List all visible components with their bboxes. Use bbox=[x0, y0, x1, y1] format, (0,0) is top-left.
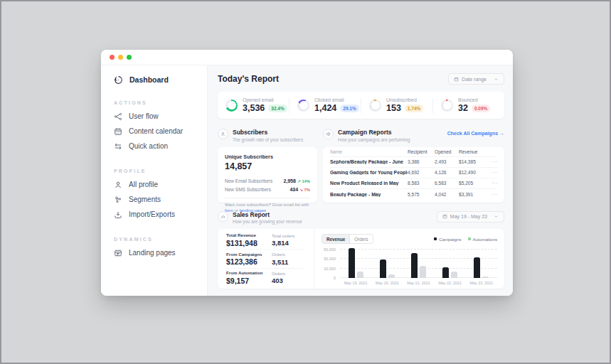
user-icon bbox=[114, 181, 122, 189]
column-header-revenue: Revenue bbox=[459, 149, 489, 154]
sidebar-item-landing-pages[interactable]: Landing pages bbox=[114, 245, 201, 260]
sidebar: Dashboard ACTIONS User flow bbox=[101, 65, 208, 296]
metric-value: 2,958↗ 14% bbox=[283, 178, 310, 183]
section-subtitle: How your campaigns are performing bbox=[338, 137, 410, 142]
section-title: Subscribers bbox=[233, 129, 303, 136]
import-export-icon bbox=[114, 210, 122, 219]
chart-x-tick-label: May 23, 2021 bbox=[466, 281, 497, 285]
chart-bar-campaigns bbox=[442, 267, 449, 278]
table-row[interactable]: Beauty Package - May 5,575 4,042 $3,391 … bbox=[330, 189, 497, 200]
date-range-dropdown[interactable]: Date range bbox=[448, 73, 504, 85]
chart-x-tick-label: May 22, 2021 bbox=[435, 281, 466, 285]
legend-dot-icon bbox=[434, 237, 437, 240]
chart-x-tick-label: May 21, 2021 bbox=[403, 281, 434, 285]
table-row[interactable]: Gaming Gadgets for Young People 4,692 4,… bbox=[330, 168, 497, 178]
chart-bar-group bbox=[466, 247, 497, 278]
main-content: Today's Report Date range bbox=[208, 65, 513, 296]
sales-date-range-dropdown[interactable]: May 19 - May 23 bbox=[437, 211, 504, 223]
calendar-icon bbox=[442, 214, 447, 219]
stat-percent-badge: 0.09% bbox=[472, 105, 490, 112]
legend-item-campaigns: Campaigns bbox=[434, 237, 461, 242]
minimize-window-button[interactable] bbox=[118, 55, 123, 60]
sidebar-item-quick-action[interactable]: Quick action bbox=[114, 139, 201, 154]
chart-x-tick-label: May 19, 2021 bbox=[340, 281, 371, 285]
progress-ring-icon bbox=[297, 100, 309, 112]
subscribers-card: Unique Subscribers 14,857 New Email Subs… bbox=[218, 147, 317, 203]
stat-value: 32 bbox=[458, 103, 468, 113]
campaign-recipient: 3,386 bbox=[408, 159, 435, 164]
chart-bar-group bbox=[403, 247, 434, 278]
chart-bar-automations bbox=[357, 272, 363, 278]
sidebar-section-dynamics: DYNAMICS Landing pages bbox=[114, 237, 201, 260]
row-menu-icon[interactable]: ⋯ bbox=[489, 181, 497, 186]
stat-label: Unsubscribed bbox=[386, 97, 423, 102]
sidebar-item-import-exports[interactable]: Import/Exports bbox=[114, 207, 201, 222]
metric-label: Total orders bbox=[272, 233, 305, 238]
check-all-campaigns-link[interactable]: Check All Campaigns → bbox=[447, 131, 504, 136]
toggle-orders-button[interactable]: Orders bbox=[350, 235, 372, 243]
unique-subscribers-label: Unique Subscribers bbox=[225, 154, 310, 160]
subscribers-icon bbox=[218, 129, 228, 139]
sidebar-section-actions: ACTIONS User flow Content calen bbox=[114, 100, 201, 154]
date-range-label: Date range bbox=[462, 77, 487, 82]
sidebar-item-dashboard[interactable]: Dashboard bbox=[114, 74, 201, 85]
chart-bar-automations bbox=[388, 274, 395, 278]
chart-y-tick-label: 0 bbox=[334, 276, 336, 280]
chart-plot bbox=[340, 247, 497, 278]
table-row[interactable]: New Product Released in May 8,583 6,583 … bbox=[330, 178, 497, 189]
row-menu-icon[interactable]: ⋯ bbox=[489, 193, 497, 197]
campaign-recipient: 4,692 bbox=[408, 170, 435, 175]
table-header-row: Name Recipient Opened Revenue bbox=[330, 148, 497, 157]
app-window: Dashboard ACTIONS User flow bbox=[101, 50, 513, 296]
chart-bar-group bbox=[435, 247, 466, 278]
metric-value: 3,814 bbox=[272, 239, 305, 247]
trend-up-indicator: ↗ 14% bbox=[297, 179, 310, 183]
stat-clicked-email: Clicked email 1,424 29.1% bbox=[289, 97, 361, 113]
sidebar-item-label: All profile bbox=[129, 181, 158, 188]
chart-x-tick-label: May 20, 2021 bbox=[371, 281, 403, 285]
stat-label: Bounced bbox=[458, 97, 490, 102]
chart-bar-groups bbox=[340, 247, 497, 278]
chart-bar-campaigns bbox=[474, 257, 480, 278]
sidebar-item-content-calendar[interactable]: Content calendar bbox=[114, 124, 201, 139]
table-row[interactable]: Sephora/Beauty Package - June 3,386 2,49… bbox=[330, 157, 497, 168]
list-item: From Campaigns $123,386 Orders 3,511 bbox=[226, 250, 305, 268]
row-menu-icon[interactable]: ⋯ bbox=[489, 160, 497, 164]
close-window-button[interactable] bbox=[110, 55, 115, 60]
progress-ring-icon bbox=[225, 100, 238, 112]
row-menu-icon[interactable]: ⋯ bbox=[489, 171, 497, 175]
sidebar-item-label: Import/Exports bbox=[129, 210, 175, 218]
list-item: From Automation $9,157 Orders 403 bbox=[226, 269, 305, 287]
sidebar-item-segments[interactable]: Segments bbox=[114, 192, 201, 207]
metric-value: 434↘ 7% bbox=[289, 187, 310, 192]
subscribers-section: Subscribers The growth rate of your subs… bbox=[218, 129, 317, 203]
sidebar-item-user-flow[interactable]: User flow bbox=[114, 109, 201, 124]
sidebar-item-label: Dashboard bbox=[129, 75, 169, 84]
sales-date-range-value: May 19 - May 23 bbox=[450, 214, 487, 219]
metric-label: Total Revenue bbox=[226, 232, 272, 237]
sidebar-item-all-profile[interactable]: All profile bbox=[114, 177, 201, 192]
unique-subscribers-value: 14,857 bbox=[225, 161, 310, 171]
campaign-revenue: $3,391 bbox=[459, 192, 489, 197]
chart-bar-campaigns bbox=[411, 253, 418, 278]
campaign-opened: 6,583 bbox=[435, 181, 459, 186]
chart-metric-toggle: Revenue Orders bbox=[322, 234, 373, 244]
sidebar-section-title: PROFILE bbox=[114, 168, 201, 173]
stat-opened-email: Opened email 3,536 32.4% bbox=[218, 97, 289, 113]
landing-page-icon bbox=[114, 249, 122, 257]
trend-down-indicator: ↘ 7% bbox=[299, 188, 310, 192]
list-item: Total Revenue $131,948 Total orders 3,81… bbox=[226, 231, 305, 250]
metric-value: $131,948 bbox=[226, 239, 272, 247]
calendar-icon bbox=[114, 127, 122, 136]
fullscreen-window-button[interactable] bbox=[127, 55, 132, 60]
chart-y-tick-label: 30,000 bbox=[324, 257, 336, 261]
toggle-revenue-button[interactable]: Revenue bbox=[322, 235, 350, 243]
list-item: New Email Subscribers 2,958↗ 14% bbox=[225, 177, 310, 186]
legend-dot-icon bbox=[468, 237, 471, 240]
chart-bar-automations bbox=[420, 266, 426, 278]
sales-report-card: Total Revenue $131,948 Total orders 3,81… bbox=[218, 229, 504, 289]
stats-summary-card: Opened email 3,536 32.4% Clicked email bbox=[218, 92, 504, 119]
chart-bar-campaigns bbox=[380, 259, 386, 278]
swap-arrows-icon bbox=[114, 142, 122, 151]
stat-percent-badge: 1.74% bbox=[405, 105, 423, 112]
